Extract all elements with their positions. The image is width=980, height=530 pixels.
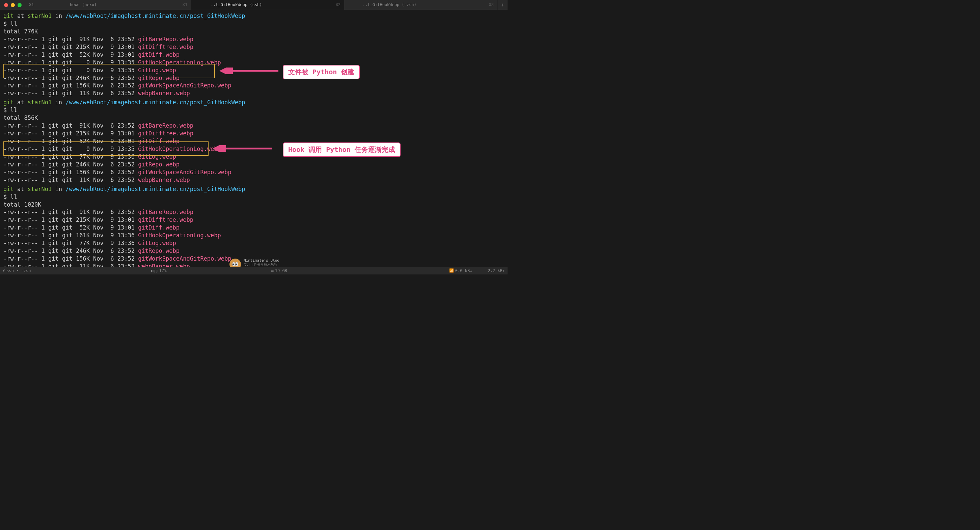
ls-line: -rw-r--r-- 1 git git 77K Nov 9 13:36 Git… (3, 153, 504, 161)
status-network: 📶 0.0 kB↓ 2.2 kB↑ (449, 268, 505, 274)
ls-line: -rw-r--r-- 1 git git 156K Nov 6 23:52 gi… (3, 169, 504, 176)
ls-line: -rw-r--r-- 1 git git 215K Nov 9 13:01 gi… (3, 216, 504, 224)
bolt-icon: ⚡︎ (3, 268, 5, 274)
tab-title: ..t_GitHookWebp (-zsh) (344, 2, 435, 8)
ls-line: -rw-r--r-- 1 git git 161K Nov 9 13:36 Gi… (3, 232, 504, 239)
ls-line: -rw-r--r-- 1 git git 246K Nov 6 23:52 gi… (3, 247, 504, 255)
prompt-line: git at starNo1 in /www/webRoot/imagehost… (3, 185, 504, 193)
ls-line: -rw-r--r-- 1 git git 11K Nov 6 23:52 web… (3, 176, 504, 184)
ls-line: -rw-r--r-- 1 git git 52K Nov 9 13:01 git… (3, 137, 504, 145)
tab-2[interactable]: ..t_GitHookWebp (-zsh)⌘3 (344, 0, 498, 10)
status-battery: ▮▯▯ 17% (151, 268, 166, 274)
status-bar: ⚡︎ ssh • -zsh ▮▯▯ 17% ▭ 19 GB 📶 0.0 kB↓ … (0, 267, 508, 274)
memory-icon: ▭ (271, 268, 274, 274)
window-controls: ⌘1 (0, 2, 38, 8)
total-line: total 1020K (3, 201, 504, 208)
window-shortcut: ⌘1 (29, 2, 34, 8)
ls-line: -rw-r--r-- 1 git git 215K Nov 9 13:01 gi… (3, 43, 504, 51)
ls-line: -rw-r--r-- 1 git git 246K Nov 6 23:52 gi… (3, 161, 504, 169)
minimize-icon[interactable] (11, 3, 15, 7)
ls-line: -rw-r--r-- 1 git git 0 Nov 9 13:35 GitLo… (3, 67, 504, 74)
ls-line: -rw-r--r-- 1 git git 91K Nov 6 23:52 git… (3, 208, 504, 216)
total-line: total 856K (3, 114, 504, 122)
watermark-subtitle: 专注于你分享技术教程 (243, 263, 288, 267)
prompt-line: git at starNo1 in /www/webRoot/imagehost… (3, 12, 504, 20)
close-icon[interactable] (4, 3, 8, 7)
ls-line: -rw-r--r-- 1 git git 0 Nov 9 13:35 GitHo… (3, 59, 504, 67)
annotation-2: Hook 调用 Python 任务逐渐完成 (283, 142, 401, 157)
tab-shortcut: ⌘2 (336, 2, 344, 8)
tab-shortcut: ⌘3 (489, 2, 497, 8)
tab-title: hexo (hexo) (38, 2, 128, 8)
command-line: $ ll (3, 20, 504, 28)
ls-line: -rw-r--r-- 1 git git 91K Nov 6 23:52 git… (3, 122, 504, 130)
total-line: total 776K (3, 28, 504, 35)
net-up: 2.2 kB↑ (488, 268, 505, 274)
ls-line: -rw-r--r-- 1 git git 0 Nov 9 13:35 GitHo… (3, 145, 504, 153)
watermark-title: Mintimate's Blog (243, 258, 288, 263)
annotation-1: 文件被 Python 创建 (283, 65, 360, 80)
status-memory: ▭ 19 GB (271, 268, 287, 274)
maximize-icon[interactable] (18, 3, 22, 7)
tab-title: ..t_GitHookWebp (ssh) (191, 2, 282, 8)
status-session: ⚡︎ ssh • -zsh (3, 268, 31, 274)
command-line: $ ll (3, 193, 504, 201)
ls-line: -rw-r--r-- 1 git git 246K Nov 6 23:52 gi… (3, 74, 504, 82)
tabs: hexo (hexo)⌘1..t_GitHookWebp (ssh)⌘2..t_… (38, 0, 498, 10)
tab-0[interactable]: hexo (hexo)⌘1 (38, 0, 191, 10)
net-down: 0.0 kB↓ (455, 268, 473, 274)
command-line: $ ll (3, 106, 504, 114)
new-tab-button[interactable]: + (498, 2, 508, 9)
ls-line: -rw-r--r-- 1 git git 52K Nov 9 13:01 git… (3, 51, 504, 59)
ls-line: -rw-r--r-- 1 git git 91K Nov 6 23:52 git… (3, 35, 504, 43)
ls-line: -rw-r--r-- 1 git git 215K Nov 9 13:01 gi… (3, 130, 504, 137)
ls-line: -rw-r--r-- 1 git git 52K Nov 9 13:01 git… (3, 224, 504, 232)
ls-line: -rw-r--r-- 1 git git 11K Nov 6 23:52 web… (3, 89, 504, 97)
ls-line: -rw-r--r-- 1 git git 156K Nov 6 23:52 gi… (3, 82, 504, 89)
battery-text: 17% (159, 268, 167, 274)
prompt-line: git at starNo1 in /www/webRoot/imagehost… (3, 99, 504, 106)
battery-icon: ▮▯▯ (151, 268, 158, 274)
ls-line: -rw-r--r-- 1 git git 77K Nov 9 13:36 Git… (3, 239, 504, 247)
memory-text: 19 GB (275, 268, 287, 274)
wifi-icon: 📶 (449, 268, 454, 274)
status-session-text: ssh • -zsh (6, 268, 31, 274)
title-bar: ⌘1 hexo (hexo)⌘1..t_GitHookWebp (ssh)⌘2.… (0, 0, 508, 10)
terminal-content[interactable]: git at starNo1 in /www/webRoot/imagehost… (0, 10, 508, 274)
tab-1[interactable]: ..t_GitHookWebp (ssh)⌘2 (191, 0, 344, 10)
tab-shortcut: ⌘1 (183, 2, 191, 8)
